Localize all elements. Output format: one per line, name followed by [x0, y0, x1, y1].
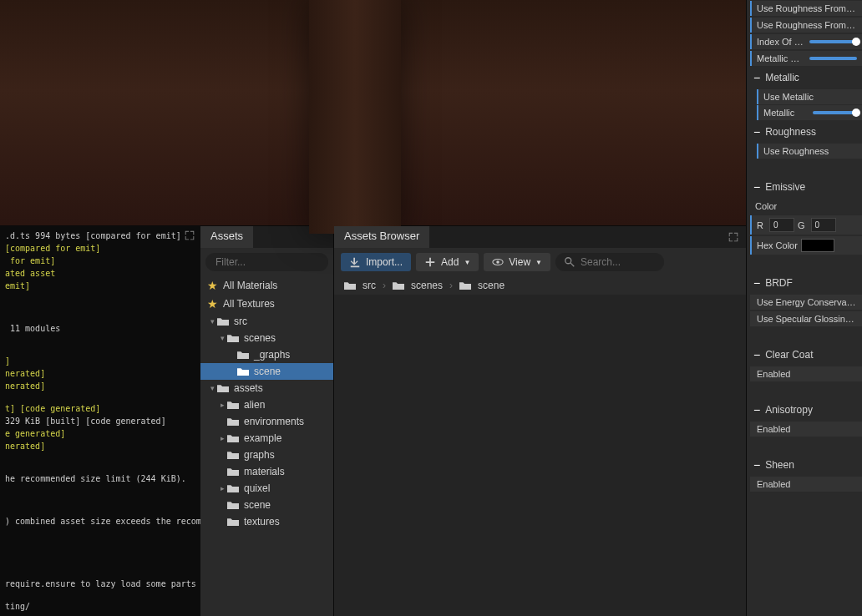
expand-icon[interactable]	[184, 230, 195, 241]
section-sheen[interactable]: − Sheen	[747, 454, 862, 476]
folder-icon	[227, 518, 239, 527]
console-line: ]	[5, 355, 195, 367]
folder-icon	[237, 367, 249, 376]
breadcrumb-src[interactable]: src	[363, 280, 376, 291]
slider[interactable]	[809, 40, 857, 43]
folder-icon	[227, 434, 239, 443]
console-line: nerated]	[5, 367, 195, 380]
color-g-input[interactable]	[811, 218, 836, 232]
section-anisotropy[interactable]: − Anisotropy	[747, 399, 862, 421]
tab-assets-browser[interactable]: Assets Browser	[334, 226, 429, 248]
prop-specular-glossiness[interactable]: Use Specular Glossiness In	[750, 311, 862, 326]
chevron-down-icon: ▾	[217, 334, 227, 342]
tree-all-materials[interactable]: ★ All Materials	[200, 276, 333, 295]
filter-box[interactable]	[205, 253, 328, 271]
download-icon	[349, 256, 361, 268]
console-line: require.ensure to lazy load some parts o…	[5, 578, 195, 590]
section-emissive[interactable]: − Emissive	[747, 176, 862, 198]
console-line: 329 KiB [built] [code generated]	[5, 415, 195, 427]
viewport-3d[interactable]	[0, 0, 746, 225]
tree-scene2[interactable]: scene	[200, 497, 333, 513]
section-clear-coat[interactable]: − Clear Coat	[747, 344, 862, 366]
folder-icon	[227, 501, 239, 510]
tree-environments[interactable]: environments	[200, 413, 333, 430]
chevron-right-icon: ›	[449, 280, 453, 291]
color-r-input[interactable]	[769, 218, 794, 232]
star-icon: ★	[207, 279, 218, 292]
minus-icon: −	[753, 180, 760, 194]
prop-anisotropy-enabled[interactable]: Enabled	[750, 422, 862, 437]
tree-quixel[interactable]: ▸ quixel	[200, 480, 333, 497]
folder-icon	[227, 451, 239, 460]
minus-icon: −	[753, 458, 760, 472]
breadcrumb-scenes[interactable]: scenes	[411, 280, 443, 291]
console-line: .d.ts 994 bytes [compared for emit]	[5, 230, 195, 242]
assets-tree: ★ All Materials ★ All Textures ▾ src ▾	[200, 275, 333, 616]
tree-graphs2[interactable]: graphs	[200, 447, 333, 463]
folder-icon	[459, 281, 471, 290]
section-metallic[interactable]: − Metallic	[747, 67, 862, 88]
minus-icon: −	[753, 125, 760, 139]
browser-content[interactable]	[334, 295, 746, 616]
filter-input[interactable]	[216, 256, 341, 268]
prop-sheen-enabled[interactable]: Enabled	[750, 477, 862, 492]
view-button[interactable]: View ▼	[484, 253, 550, 271]
tree-materials[interactable]: materials	[200, 463, 333, 480]
svg-point-4	[565, 258, 571, 264]
tree-textures[interactable]: textures	[200, 513, 333, 530]
chevron-down-icon: ▾	[207, 317, 217, 326]
tree-assets[interactable]: ▾ assets	[200, 380, 333, 396]
section-brdf[interactable]: − BRDF	[747, 272, 862, 294]
console-line: 11 modules	[5, 322, 195, 335]
expand-icon[interactable]	[728, 231, 739, 243]
search-input[interactable]	[581, 256, 656, 268]
prop-metallic-slider[interactable]: Metallic	[757, 105, 862, 120]
prop-metallic-f0[interactable]: Metallic F0 F	[750, 51, 862, 66]
slider[interactable]	[813, 111, 857, 114]
chevron-down-icon: ▼	[535, 259, 542, 266]
prop-use-roughness-meta2[interactable]: Use Roughness From Meta	[750, 18, 862, 33]
prop-use-roughness[interactable]: Use Roughness	[757, 144, 862, 159]
prop-color-label: Color	[750, 199, 862, 214]
prop-clear-coat-enabled[interactable]: Enabled	[750, 366, 862, 381]
prop-use-metallic[interactable]: Use Metallic	[757, 89, 862, 104]
eye-icon	[492, 256, 504, 268]
assets-panel: Assets ★ All Materials ★ All Textures	[200, 226, 334, 616]
folder-icon	[344, 281, 356, 290]
color-swatch[interactable]	[801, 239, 834, 252]
folder-icon	[393, 281, 404, 290]
breadcrumb-scene[interactable]: scene	[478, 280, 505, 291]
tree-src[interactable]: ▾ src	[200, 313, 333, 330]
minus-icon: −	[753, 348, 760, 361]
svg-point-3	[497, 260, 500, 264]
svg-line-5	[570, 263, 574, 266]
slider[interactable]	[809, 57, 857, 60]
console-line: [compared for emit]	[5, 242, 195, 255]
tree-scenes[interactable]: ▾ scenes	[200, 330, 333, 346]
tree-scene[interactable]: scene	[200, 363, 333, 380]
console-line: ting/	[5, 600, 195, 613]
assets-browser-panel: Assets Browser Import... Add ▼ View	[334, 226, 746, 616]
folder-icon	[227, 417, 239, 427]
prop-energy-conservation[interactable]: Use Energy Conservation	[750, 295, 862, 310]
prop-use-roughness-meta[interactable]: Use Roughness From Meta	[750, 1, 862, 16]
tree-alien[interactable]: ▸ alien	[200, 396, 333, 413]
tab-assets[interactable]: Assets	[200, 226, 253, 248]
prop-index-of-refraction[interactable]: Index Of Refr	[750, 34, 862, 49]
console-panel: .d.ts 994 bytes [compared for emit] [com…	[0, 226, 200, 616]
minus-icon: −	[753, 276, 760, 290]
console-line: e generated]	[5, 427, 195, 440]
breadcrumb: src › scenes › scene	[334, 276, 746, 295]
chevron-down-icon: ▾	[207, 384, 217, 392]
prop-hex-color[interactable]: Hex Color	[750, 236, 862, 255]
section-roughness[interactable]: − Roughness	[747, 121, 862, 143]
import-button[interactable]: Import...	[341, 253, 411, 271]
prop-color-rgb[interactable]: R G	[750, 215, 862, 235]
tree-all-textures[interactable]: ★ All Textures	[200, 295, 333, 313]
tree-example[interactable]: ▸ example	[200, 430, 333, 447]
plus-icon	[424, 256, 436, 268]
search-box[interactable]	[555, 253, 664, 271]
tree-graphs[interactable]: _graphs	[200, 346, 333, 363]
add-button[interactable]: Add ▼	[416, 253, 479, 271]
console-line: ated asset	[5, 267, 195, 280]
